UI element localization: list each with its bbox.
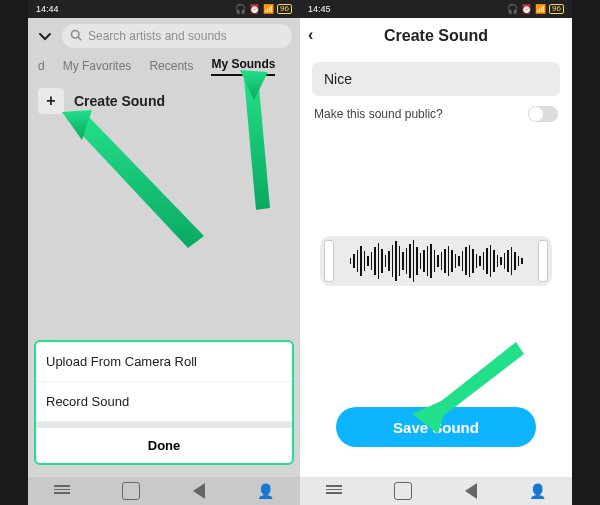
- svg-line-1: [78, 37, 81, 40]
- recent-apps-button[interactable]: [54, 483, 70, 499]
- status-time: 14:45: [308, 4, 331, 14]
- save-sound-button[interactable]: Save Sound: [336, 407, 536, 447]
- recent-apps-button[interactable]: [326, 483, 342, 499]
- search-placeholder: Search artists and sounds: [88, 29, 227, 43]
- create-options-sheet: Upload From Camera Roll Record Sound Don…: [34, 340, 294, 465]
- save-sound-label: Save Sound: [393, 419, 479, 436]
- home-button[interactable]: [122, 482, 140, 500]
- trim-handle-left[interactable]: [324, 240, 334, 282]
- option-record-sound[interactable]: Record Sound: [36, 382, 292, 422]
- accessibility-icon[interactable]: 👤: [257, 483, 274, 499]
- alarm-icon: ⏰: [521, 4, 532, 14]
- svg-point-0: [72, 30, 80, 38]
- battery-icon: 96: [277, 4, 292, 14]
- create-sound-header: ‹ Create Sound: [300, 18, 572, 54]
- tab-recents[interactable]: Recents: [149, 59, 193, 73]
- status-bar: 14:44 🎧 ⏰ 📶 96: [28, 0, 300, 18]
- public-toggle[interactable]: [528, 106, 558, 122]
- make-public-row: Make this sound public?: [314, 106, 558, 122]
- phone-screenshot-sounds-list: 14:44 🎧 ⏰ 📶 96 Search artists and sounds…: [28, 0, 300, 505]
- sound-name-input[interactable]: Nice: [312, 62, 560, 96]
- make-public-label: Make this sound public?: [314, 107, 443, 121]
- headphone-icon: 🎧: [235, 4, 246, 14]
- page-title: Create Sound: [384, 27, 488, 45]
- collapse-chevron-icon[interactable]: [36, 27, 54, 45]
- create-sound-label: Create Sound: [74, 93, 165, 109]
- android-nav-bar: 👤: [300, 477, 572, 505]
- accessibility-icon[interactable]: 👤: [529, 483, 546, 499]
- status-time: 14:44: [36, 4, 59, 14]
- wifi-icon: 📶: [263, 4, 274, 14]
- audio-waveform[interactable]: [320, 236, 552, 286]
- done-button[interactable]: Done: [36, 428, 292, 463]
- back-button[interactable]: [465, 483, 477, 499]
- headphone-icon: 🎧: [507, 4, 518, 14]
- status-bar: 14:45 🎧 ⏰ 📶 96: [300, 0, 572, 18]
- plus-icon[interactable]: +: [38, 88, 64, 114]
- create-sound-row[interactable]: + Create Sound: [38, 88, 290, 114]
- tab-featured-truncated[interactable]: d: [38, 59, 45, 73]
- search-input[interactable]: Search artists and sounds: [62, 24, 292, 48]
- back-button[interactable]: [193, 483, 205, 499]
- search-header: Search artists and sounds: [28, 18, 300, 54]
- sounds-tabs: d My Favorites Recents My Sounds: [28, 54, 300, 78]
- android-nav-bar: 👤: [28, 477, 300, 505]
- sound-name-value: Nice: [324, 71, 352, 87]
- trim-handle-right[interactable]: [538, 240, 548, 282]
- battery-icon: 96: [549, 4, 564, 14]
- tab-my-sounds[interactable]: My Sounds: [211, 57, 275, 76]
- search-icon: [70, 29, 82, 44]
- back-chevron-icon[interactable]: ‹: [308, 26, 313, 44]
- waveform-bars: [350, 236, 523, 286]
- tab-my-favorites[interactable]: My Favorites: [63, 59, 132, 73]
- option-upload-camera-roll[interactable]: Upload From Camera Roll: [36, 342, 292, 382]
- phone-screenshot-create-sound: 14:45 🎧 ⏰ 📶 96 ‹ Create Sound Nice Make …: [300, 0, 572, 505]
- wifi-icon: 📶: [535, 4, 546, 14]
- alarm-icon: ⏰: [249, 4, 260, 14]
- home-button[interactable]: [394, 482, 412, 500]
